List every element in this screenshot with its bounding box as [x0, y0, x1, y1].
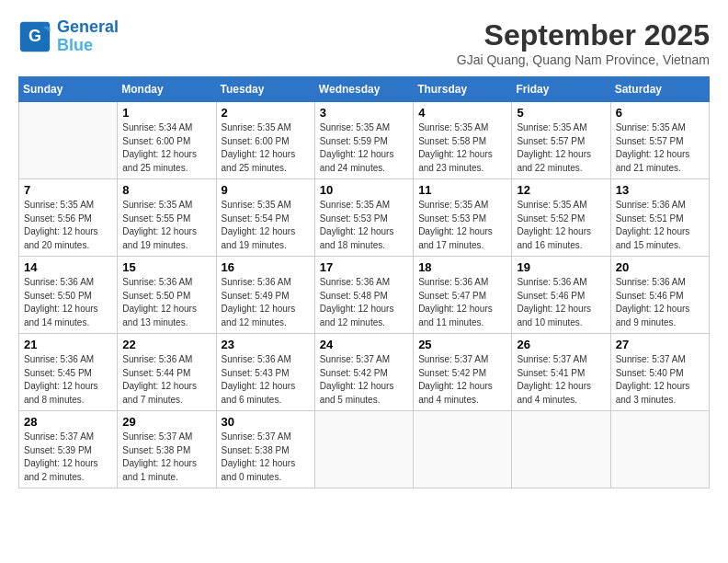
day-info: Sunrise: 5:36 AM Sunset: 5:48 PM Dayligh… [320, 276, 408, 329]
calendar-cell [512, 411, 610, 488]
calendar-cell: 21Sunrise: 5:36 AM Sunset: 5:45 PM Dayli… [19, 334, 118, 411]
day-number: 9 [222, 183, 310, 197]
calendar-cell: 24Sunrise: 5:37 AM Sunset: 5:42 PM Dayli… [314, 334, 413, 411]
calendar-cell: 12Sunrise: 5:35 AM Sunset: 5:52 PM Dayli… [512, 179, 610, 257]
day-info: Sunrise: 5:35 AM Sunset: 5:53 PM Dayligh… [418, 199, 506, 252]
day-info: Sunrise: 5:36 AM Sunset: 5:50 PM Dayligh… [122, 276, 210, 329]
day-info: Sunrise: 5:35 AM Sunset: 5:52 PM Dayligh… [517, 199, 605, 252]
calendar-week-row: 21Sunrise: 5:36 AM Sunset: 5:45 PM Dayli… [19, 334, 710, 411]
logo: G General Blue [18, 18, 119, 55]
day-info: Sunrise: 5:35 AM Sunset: 5:54 PM Dayligh… [222, 199, 310, 252]
calendar-cell: 30Sunrise: 5:37 AM Sunset: 5:38 PM Dayli… [216, 411, 314, 488]
day-number: 21 [24, 338, 112, 351]
calendar-cell: 4Sunrise: 5:35 AM Sunset: 5:58 PM Daylig… [414, 102, 512, 179]
calendar-cell [414, 411, 512, 488]
day-info: Sunrise: 5:35 AM Sunset: 5:55 PM Dayligh… [122, 199, 210, 252]
calendar-cell: 9Sunrise: 5:35 AM Sunset: 5:54 PM Daylig… [216, 179, 314, 257]
day-number: 5 [517, 106, 605, 120]
day-number: 18 [418, 260, 506, 274]
day-info: Sunrise: 5:37 AM Sunset: 5:42 PM Dayligh… [320, 353, 408, 407]
calendar-cell: 14Sunrise: 5:36 AM Sunset: 5:50 PM Dayli… [19, 257, 118, 334]
calendar-cell [19, 102, 118, 179]
day-info: Sunrise: 5:36 AM Sunset: 5:44 PM Dayligh… [122, 353, 210, 407]
day-number: 12 [517, 183, 605, 197]
day-number: 24 [320, 338, 408, 351]
day-info: Sunrise: 5:36 AM Sunset: 5:49 PM Dayligh… [222, 276, 310, 329]
day-number: 3 [320, 106, 408, 120]
calendar-cell: 1Sunrise: 5:34 AM Sunset: 6:00 PM Daylig… [118, 102, 216, 179]
column-header-saturday: Saturday [610, 77, 709, 102]
calendar-cell [610, 411, 709, 488]
day-number: 4 [418, 106, 506, 120]
day-info: Sunrise: 5:36 AM Sunset: 5:46 PM Dayligh… [517, 276, 605, 329]
calendar-cell: 20Sunrise: 5:36 AM Sunset: 5:46 PM Dayli… [610, 257, 709, 334]
day-info: Sunrise: 5:35 AM Sunset: 5:58 PM Dayligh… [418, 121, 506, 175]
calendar-cell: 10Sunrise: 5:35 AM Sunset: 5:53 PM Dayli… [314, 179, 413, 257]
day-number: 25 [418, 338, 506, 351]
day-number: 15 [122, 260, 210, 274]
day-info: Sunrise: 5:36 AM Sunset: 5:46 PM Dayligh… [616, 276, 704, 329]
calendar-cell: 29Sunrise: 5:37 AM Sunset: 5:38 PM Dayli… [118, 411, 216, 488]
location-subtitle: GJai Quang, Quang Nam Province, Vietnam [457, 52, 710, 67]
calendar-cell: 19Sunrise: 5:36 AM Sunset: 5:46 PM Dayli… [512, 257, 610, 334]
day-info: Sunrise: 5:35 AM Sunset: 5:56 PM Dayligh… [24, 199, 112, 252]
calendar-cell: 28Sunrise: 5:37 AM Sunset: 5:39 PM Dayli… [19, 411, 118, 488]
day-number: 7 [24, 183, 112, 197]
day-number: 19 [517, 260, 605, 274]
calendar-header-row: SundayMondayTuesdayWednesdayThursdayFrid… [19, 77, 710, 102]
logo-icon: G [18, 20, 51, 53]
title-block: September 2025 GJai Quang, Quang Nam Pro… [457, 18, 710, 67]
day-number: 28 [24, 415, 112, 429]
day-number: 29 [122, 415, 210, 429]
calendar-cell: 13Sunrise: 5:36 AM Sunset: 5:51 PM Dayli… [610, 179, 709, 257]
day-info: Sunrise: 5:36 AM Sunset: 5:45 PM Dayligh… [24, 353, 112, 407]
day-info: Sunrise: 5:37 AM Sunset: 5:42 PM Dayligh… [418, 353, 506, 407]
day-number: 23 [222, 338, 310, 351]
calendar-cell: 5Sunrise: 5:35 AM Sunset: 5:57 PM Daylig… [512, 102, 610, 179]
day-number: 27 [616, 338, 704, 351]
day-info: Sunrise: 5:36 AM Sunset: 5:50 PM Dayligh… [24, 276, 112, 329]
calendar-cell: 27Sunrise: 5:37 AM Sunset: 5:40 PM Dayli… [610, 334, 709, 411]
calendar-cell: 8Sunrise: 5:35 AM Sunset: 5:55 PM Daylig… [118, 179, 216, 257]
day-info: Sunrise: 5:35 AM Sunset: 5:59 PM Dayligh… [320, 121, 408, 175]
svg-text:G: G [28, 27, 41, 45]
day-info: Sunrise: 5:35 AM Sunset: 6:00 PM Dayligh… [222, 121, 310, 175]
page-header: G General Blue September 2025 GJai Quang… [18, 18, 710, 67]
day-info: Sunrise: 5:36 AM Sunset: 5:47 PM Dayligh… [418, 276, 506, 329]
calendar-week-row: 1Sunrise: 5:34 AM Sunset: 6:00 PM Daylig… [19, 102, 710, 179]
calendar-cell: 25Sunrise: 5:37 AM Sunset: 5:42 PM Dayli… [414, 334, 512, 411]
day-info: Sunrise: 5:37 AM Sunset: 5:38 PM Dayligh… [222, 431, 310, 484]
calendar-week-row: 28Sunrise: 5:37 AM Sunset: 5:39 PM Dayli… [19, 411, 710, 488]
day-info: Sunrise: 5:35 AM Sunset: 5:57 PM Dayligh… [517, 121, 605, 175]
calendar-cell: 22Sunrise: 5:36 AM Sunset: 5:44 PM Dayli… [118, 334, 216, 411]
day-number: 6 [616, 106, 704, 120]
day-number: 1 [122, 106, 210, 120]
day-number: 8 [122, 183, 210, 197]
column-header-tuesday: Tuesday [216, 77, 314, 102]
day-info: Sunrise: 5:36 AM Sunset: 5:43 PM Dayligh… [222, 353, 310, 407]
day-info: Sunrise: 5:37 AM Sunset: 5:41 PM Dayligh… [517, 353, 605, 407]
column-header-wednesday: Wednesday [314, 77, 413, 102]
calendar-cell: 6Sunrise: 5:35 AM Sunset: 5:57 PM Daylig… [610, 102, 709, 179]
calendar-week-row: 14Sunrise: 5:36 AM Sunset: 5:50 PM Dayli… [19, 257, 710, 334]
calendar-cell: 7Sunrise: 5:35 AM Sunset: 5:56 PM Daylig… [19, 179, 118, 257]
column-header-monday: Monday [118, 77, 216, 102]
day-number: 30 [222, 415, 310, 429]
day-number: 20 [616, 260, 704, 274]
calendar-cell: 2Sunrise: 5:35 AM Sunset: 6:00 PM Daylig… [216, 102, 314, 179]
month-title: September 2025 [457, 18, 710, 52]
calendar-cell: 17Sunrise: 5:36 AM Sunset: 5:48 PM Dayli… [314, 257, 413, 334]
day-info: Sunrise: 5:36 AM Sunset: 5:51 PM Dayligh… [616, 199, 704, 252]
calendar-cell: 18Sunrise: 5:36 AM Sunset: 5:47 PM Dayli… [414, 257, 512, 334]
day-number: 13 [616, 183, 704, 197]
day-number: 22 [122, 338, 210, 351]
day-number: 11 [418, 183, 506, 197]
day-number: 10 [320, 183, 408, 197]
day-info: Sunrise: 5:34 AM Sunset: 6:00 PM Dayligh… [122, 121, 210, 175]
day-info: Sunrise: 5:37 AM Sunset: 5:40 PM Dayligh… [616, 353, 704, 407]
day-info: Sunrise: 5:35 AM Sunset: 5:53 PM Dayligh… [320, 199, 408, 252]
day-info: Sunrise: 5:37 AM Sunset: 5:39 PM Dayligh… [24, 431, 112, 484]
column-header-friday: Friday [512, 77, 610, 102]
calendar-cell: 16Sunrise: 5:36 AM Sunset: 5:49 PM Dayli… [216, 257, 314, 334]
calendar-cell: 15Sunrise: 5:36 AM Sunset: 5:50 PM Dayli… [118, 257, 216, 334]
